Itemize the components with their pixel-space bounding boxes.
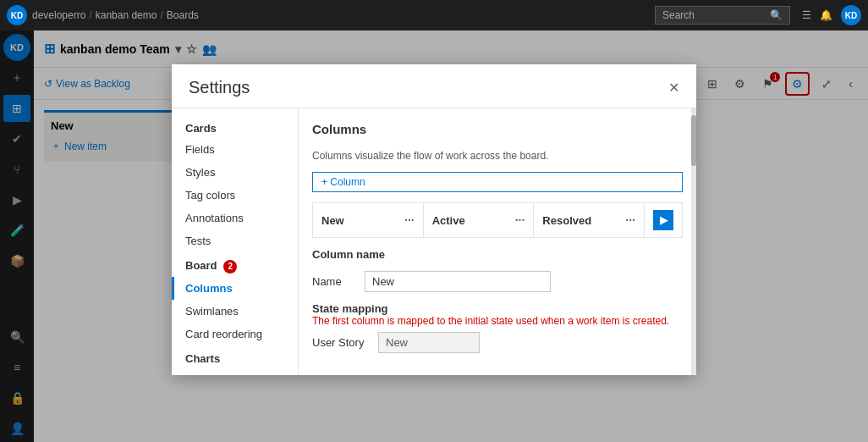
col-active-label: Active <box>432 214 465 227</box>
settings-content: Columns Columns visualize the flow of wo… <box>299 108 696 375</box>
nav-columns[interactable]: Columns <box>172 277 298 300</box>
cards-group-title: Cards <box>172 115 298 138</box>
settings-modal-overlay: Settings ✕ Cards Fields Styles Tag color… <box>0 30 868 442</box>
user-avatar[interactable]: KD <box>841 5 861 25</box>
board-badge: 2 <box>223 260 237 273</box>
nav-swimlanes[interactable]: Swimlanes <box>172 300 298 323</box>
column-name-label: Column name <box>312 248 683 261</box>
modal-close-button[interactable]: ✕ <box>668 80 679 96</box>
column-scroll-right[interactable]: ▶ <box>653 210 673 230</box>
nav-tag-colors[interactable]: Tag colors <box>172 184 298 207</box>
list-icon[interactable]: ☰ <box>802 9 811 21</box>
modal-body: Cards Fields Styles Tag colors Annotatio… <box>172 108 696 375</box>
state-mapping-title: State mapping <box>312 302 683 315</box>
col-active-menu[interactable]: ··· <box>515 213 525 227</box>
nav-fields[interactable]: Fields <box>172 138 298 161</box>
col-resolved-menu[interactable]: ··· <box>625 213 635 227</box>
scroll-bar[interactable] <box>691 108 696 375</box>
column-resolved[interactable]: Resolved ··· <box>534 203 645 237</box>
nav-tests[interactable]: Tests <box>172 229 298 252</box>
boards-link[interactable]: Boards <box>167 9 199 21</box>
state-mapping-desc: The first column is mapped to the initia… <box>312 315 683 327</box>
section-desc: Columns visualize the flow of work acros… <box>312 150 683 162</box>
org-name[interactable]: developerro <box>32 9 85 21</box>
name-input[interactable] <box>365 271 551 292</box>
columns-row: New ··· Active ··· Resolved ··· ▶ <box>313 203 682 237</box>
charts-group-title: Charts <box>172 345 298 368</box>
add-column-button[interactable]: + Column <box>312 172 683 192</box>
columns-table: New ··· Active ··· Resolved ··· ▶ <box>312 202 683 238</box>
notification-icon[interactable]: 🔔 <box>820 9 832 21</box>
column-active[interactable]: Active ··· <box>424 203 535 237</box>
search-text: Search <box>662 9 695 21</box>
modal-title-bar: Settings ✕ <box>172 64 696 108</box>
project-name[interactable]: kanban demo <box>96 9 157 21</box>
search-icon[interactable]: 🔍 <box>770 9 783 21</box>
state-row: User Story New <box>312 332 683 353</box>
board-group-title: Board 2 <box>172 252 298 277</box>
nav-card-reordering[interactable]: Card reordering <box>172 323 298 345</box>
name-field-row: Name <box>312 271 683 292</box>
col-new-menu[interactable]: ··· <box>404 213 415 227</box>
state-mapping-section: State mapping The first column is mapped… <box>312 302 683 353</box>
settings-nav: Cards Fields Styles Tag colors Annotatio… <box>172 108 299 375</box>
section-title: Columns <box>312 122 683 136</box>
user-story-label: User Story <box>312 336 371 349</box>
search-container: Search 🔍 <box>655 6 790 25</box>
top-bar: KD developerro / kanban demo / Boards Se… <box>0 0 868 30</box>
column-new[interactable]: New ··· <box>313 203 424 237</box>
nav-styles[interactable]: Styles <box>172 161 298 184</box>
column-arrow-cell: ▶ <box>645 203 682 237</box>
name-label: Name <box>312 275 354 288</box>
breadcrumb: developerro / kanban demo / Boards <box>32 9 199 21</box>
topbar-icons: ☰ 🔔 KD <box>802 5 861 25</box>
modal-title: Settings <box>189 78 250 97</box>
col-resolved-label: Resolved <box>542 214 591 227</box>
settings-modal: Settings ✕ Cards Fields Styles Tag color… <box>172 64 696 375</box>
scroll-thumb[interactable] <box>691 115 696 166</box>
org-avatar[interactable]: KD <box>7 5 27 25</box>
user-story-value: New <box>378 332 480 353</box>
col-new-label: New <box>321 214 344 227</box>
nav-annotations[interactable]: Annotations <box>172 207 298 229</box>
